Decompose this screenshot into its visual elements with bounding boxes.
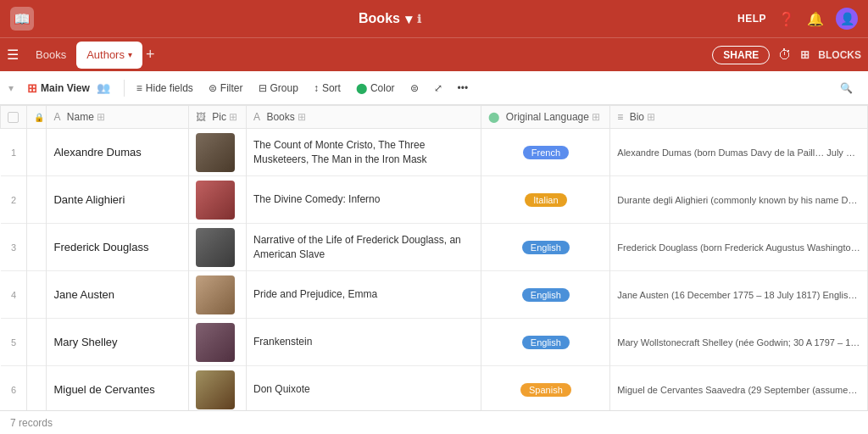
- cell-lang-2[interactable]: Italian: [481, 176, 610, 224]
- tab-authors[interactable]: Authors ▾: [76, 42, 142, 69]
- table-row: 6 Miguel de Cervantes Don Quixote Spanis…: [1, 366, 868, 411]
- more-button[interactable]: •••: [451, 79, 476, 97]
- cell-name-1[interactable]: Alexandre Dumas: [47, 129, 189, 176]
- select-all-checkbox[interactable]: [8, 112, 19, 123]
- toolbar: ▾ ⊞ Main View 👥 ≡ Hide fields ⊜ Filter ⊟…: [0, 71, 868, 105]
- app-title-area: Books ▾ ℹ: [42, 11, 737, 27]
- cell-bio-4: Jane Austen (16 December 1775 – 18 July …: [610, 271, 868, 319]
- table-row: 1 Alexandre Dumas The Count of Monte Cri…: [1, 129, 868, 176]
- expand-icon[interactable]: ▾: [8, 82, 14, 94]
- cell-name-6[interactable]: Miguel de Cervantes: [47, 366, 189, 411]
- group-button[interactable]: ⊟ Group: [252, 79, 305, 97]
- cell-books-4[interactable]: Pride and Prejudice, Emma: [247, 271, 481, 319]
- authors-table: 🔒 A Name ⊞ 🖼 Pic ⊞ A Books ⊞: [0, 105, 868, 410]
- th-language[interactable]: ⬤ Original Language ⊞: [481, 106, 610, 129]
- row-lock-2: [27, 176, 47, 224]
- logo-icon: 📖: [14, 11, 31, 27]
- tab-books[interactable]: Books: [25, 42, 76, 69]
- lang-badge-5: English: [522, 336, 570, 349]
- cell-name-3[interactable]: Frederick Douglass: [47, 224, 189, 271]
- cell-bio-3: Frederick Douglass (born Frederick Augus…: [610, 224, 868, 271]
- blocks-icon[interactable]: ⊞: [800, 48, 810, 61]
- hide-fields-icon: ≡: [136, 82, 142, 94]
- cell-lang-6[interactable]: Spanish: [481, 366, 610, 411]
- row-num-1: 1: [1, 129, 27, 176]
- info-icon[interactable]: ℹ: [417, 13, 421, 25]
- cell-pic-1: [188, 129, 246, 176]
- expand-icon2: ⤢: [434, 82, 442, 94]
- th-bio-label: Bio: [630, 111, 644, 123]
- th-books-sort[interactable]: ⊞: [298, 111, 306, 123]
- app-logo[interactable]: 📖: [10, 7, 34, 31]
- cell-lang-1[interactable]: French: [481, 129, 610, 176]
- view-label: Main View: [41, 82, 90, 94]
- cell-name-2[interactable]: Dante Alighieri: [47, 176, 189, 224]
- cell-name-5[interactable]: Mary Shelley: [47, 319, 189, 366]
- share-button[interactable]: SHARE: [712, 46, 770, 64]
- cell-books-3[interactable]: Narrative of the Life of Frederick Dougl…: [247, 224, 481, 271]
- row-num-3: 3: [1, 224, 27, 271]
- table-row: 5 Mary Shelley Frankenstein English Mary…: [1, 319, 868, 366]
- expand-button[interactable]: ⤢: [427, 79, 449, 97]
- top-nav-right: HELP ❓ 🔔 👤: [737, 8, 858, 30]
- sort-button[interactable]: ↕ Sort: [307, 79, 348, 97]
- record-count: 7 records: [10, 417, 53, 429]
- th-name-label: Name: [67, 111, 94, 123]
- notification-icon[interactable]: 🔔: [807, 11, 824, 27]
- cell-books-1[interactable]: The Count of Monte Cristo, The Three Mus…: [247, 129, 481, 176]
- th-name[interactable]: A Name ⊞: [47, 106, 189, 129]
- portrait-2: [196, 181, 235, 220]
- th-lang-sort[interactable]: ⊞: [592, 111, 600, 123]
- row-height-icon: ⊜: [410, 82, 419, 94]
- filter-button[interactable]: ⊜ Filter: [202, 79, 250, 97]
- th-lang-icon: ⬤: [488, 111, 499, 123]
- th-books[interactable]: A Books ⊞: [247, 106, 481, 129]
- blocks-label[interactable]: BLOCKS: [818, 49, 861, 61]
- history-icon[interactable]: ⏱: [778, 47, 792, 63]
- view-selector[interactable]: ⊞ Main View 👥: [19, 78, 119, 98]
- th-pic-sort[interactable]: ⊞: [229, 111, 237, 123]
- cell-books-2[interactable]: The Divine Comedy: Inferno: [247, 176, 481, 224]
- row-height-button[interactable]: ⊜: [403, 79, 426, 97]
- search-button[interactable]: 🔍: [833, 79, 860, 97]
- color-button[interactable]: ⬤ Color: [349, 79, 402, 97]
- app-title-text: Books: [359, 11, 400, 26]
- th-bio[interactable]: ≡ Bio ⊞: [610, 106, 868, 129]
- help-icon[interactable]: ❓: [778, 11, 795, 27]
- th-name-sort[interactable]: ⊞: [97, 111, 105, 123]
- th-pic[interactable]: 🖼 Pic ⊞: [188, 106, 246, 129]
- toolbar-divider-1: [124, 80, 125, 97]
- portrait-3: [196, 228, 235, 267]
- portrait-1: [196, 133, 235, 172]
- app-title-caret[interactable]: ▾: [405, 11, 412, 27]
- status-bar: 7 records: [0, 410, 868, 434]
- cell-pic-3: [188, 224, 246, 271]
- cell-books-6[interactable]: Don Quixote: [247, 366, 481, 411]
- cell-lang-5[interactable]: English: [481, 319, 610, 366]
- cell-bio-6: Miguel de Cervantes Saavedra (29 Septemb…: [610, 366, 868, 411]
- portrait-4: [196, 275, 235, 314]
- avatar[interactable]: 👤: [836, 8, 858, 30]
- top-nav: 📖 Books ▾ ℹ HELP ❓ 🔔 👤: [0, 0, 868, 37]
- cell-name-4[interactable]: Jane Austen: [47, 271, 189, 319]
- th-bio-sort[interactable]: ⊞: [647, 111, 655, 123]
- hamburger-icon[interactable]: ☰: [7, 47, 19, 63]
- th-pic-label: Pic: [212, 111, 226, 123]
- filter-label: Filter: [220, 82, 243, 94]
- cell-lang-4[interactable]: English: [481, 271, 610, 319]
- row-num-6: 6: [1, 366, 27, 411]
- add-tab-button[interactable]: +: [146, 46, 155, 64]
- th-lang-label: Original Language: [506, 111, 589, 123]
- th-checkbox[interactable]: [1, 106, 27, 129]
- sort-icon: ↕: [314, 82, 319, 94]
- hide-fields-button[interactable]: ≡ Hide fields: [130, 79, 200, 97]
- portrait-6: [196, 370, 235, 409]
- view-people-icon[interactable]: 👥: [97, 81, 110, 94]
- cell-pic-4: [188, 271, 246, 319]
- row-num-5: 5: [1, 319, 27, 366]
- table-row: 4 Jane Austen Pride and Prejudice, Emma …: [1, 271, 868, 319]
- color-icon: ⬤: [356, 82, 367, 94]
- cell-books-5[interactable]: Frankenstein: [247, 319, 481, 366]
- more-icon: •••: [458, 82, 469, 94]
- cell-lang-3[interactable]: English: [481, 224, 610, 271]
